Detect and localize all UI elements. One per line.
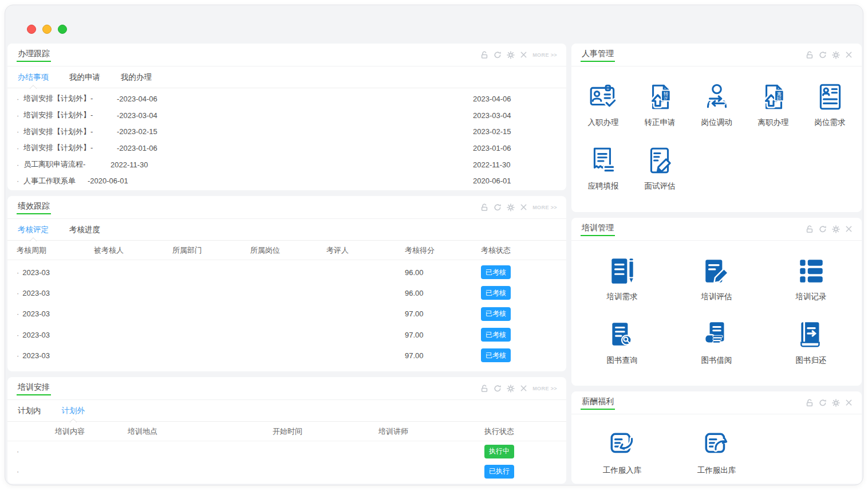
settings-gear-icon[interactable] (507, 51, 515, 59)
table-row[interactable]: ·已执行 (7, 461, 566, 481)
panel-title: 办理跟踪 (17, 48, 51, 62)
app-book-search[interactable]: 图书查询 (575, 310, 669, 374)
more-link[interactable]: MORE >> (532, 386, 557, 391)
status-badge: 已考核 (481, 307, 511, 321)
score-cell: 96.00 (405, 268, 481, 277)
table-row[interactable]: ·执行中 (7, 441, 566, 461)
app-training-needs[interactable]: 培训需求 (575, 246, 669, 310)
tab-my-applications[interactable]: 我的申请 (69, 72, 100, 83)
refresh-icon[interactable] (819, 225, 827, 233)
tab-out-of-plan[interactable]: 计划外 (62, 406, 85, 416)
settings-gear-icon[interactable] (832, 399, 840, 407)
svg-text:职: 职 (776, 96, 781, 101)
refresh-icon[interactable] (819, 51, 827, 59)
app-offboarding[interactable]: 离 职 离职办理 (745, 72, 802, 136)
app-candidate-application[interactable]: 应聘填报 (575, 136, 632, 199)
lock-icon[interactable] (806, 51, 814, 59)
widget-toolbar: MORE >> (480, 203, 557, 211)
processing-tabs: 办结事项 我的申请 我的办理 (7, 66, 566, 88)
more-link[interactable]: MORE >> (532, 52, 557, 58)
minimize-window-button[interactable] (42, 25, 52, 34)
document-hand-icon (701, 319, 732, 350)
bullet: · (17, 144, 20, 152)
bullet: · (17, 111, 20, 120)
app-position-requirements[interactable]: 岗位需求 (802, 72, 858, 136)
lock-icon[interactable] (806, 225, 814, 233)
document-magnifier-icon (607, 319, 638, 350)
table-row[interactable]: ·2023-0396.00已考核 (7, 262, 566, 283)
tab-my-processing[interactable]: 我的办理 (121, 72, 152, 83)
tab-assessment-progress[interactable]: 考核进度 (69, 225, 100, 235)
list-item[interactable]: ·培训安排【计划外】--2023-04-062023-04-06 (17, 91, 557, 107)
more-link[interactable]: MORE >> (532, 205, 557, 210)
list-item[interactable]: ·培训安排【计划外】--2023-03-042023-03-04 (17, 107, 557, 124)
zoom-window-button[interactable] (58, 25, 67, 34)
tab-finished-items[interactable]: 办结事项 (18, 72, 49, 83)
app-interview-evaluation[interactable]: 面试评估 (632, 136, 688, 199)
table-row[interactable]: ·2023-0397.00已考核 (7, 345, 566, 366)
panel-training-management: 培训管理 培训需求 (571, 218, 862, 386)
refresh-icon[interactable] (494, 51, 502, 59)
item-date: 2023-02-15 (473, 127, 511, 136)
panel-title: 培训安排 (17, 381, 51, 395)
app-book-return[interactable]: 图书归还 (764, 310, 858, 374)
close-widget-icon[interactable] (520, 51, 527, 58)
refresh-icon[interactable] (494, 385, 502, 393)
table-row[interactable]: ·2023-0397.00已考核 (7, 324, 566, 345)
panel-header: 培训安排 MORE >> (7, 377, 566, 400)
lock-icon[interactable] (806, 399, 814, 407)
status-badge: 执行中 (484, 445, 514, 458)
table-row[interactable]: ·2023-0396.00已考核 (7, 283, 566, 303)
panel-hr-management: 人事管理 入职办理 (571, 44, 862, 212)
refresh-icon[interactable] (819, 399, 827, 407)
table-header: 培训内容 培训地点 开始时间 培训讲师 执行状态 (7, 422, 566, 441)
close-widget-icon[interactable] (520, 203, 527, 211)
panel-header: 培训管理 (571, 218, 862, 241)
settings-gear-icon[interactable] (507, 385, 515, 393)
app-training-evaluation[interactable]: 培训评估 (669, 246, 764, 310)
settings-gear-icon[interactable] (832, 225, 840, 233)
svg-text:正: 正 (663, 96, 668, 101)
assessment-table: ·2023-0396.00已考核 ·2023-0396.00已考核 ·2023-… (7, 260, 566, 366)
lock-icon[interactable] (480, 51, 488, 59)
close-widget-icon[interactable] (520, 385, 527, 392)
app-workwear-outbound[interactable]: 工作服出库 (669, 420, 764, 484)
table-row[interactable]: ·2023-0397.00已考核 (7, 304, 566, 324)
close-widget-icon[interactable] (845, 225, 853, 233)
document-person-icon (815, 81, 846, 112)
list-item[interactable]: ·培训安排【计划外】--2023-01-062023-01-06 (17, 140, 557, 156)
lock-icon[interactable] (480, 385, 488, 393)
list-item[interactable]: ·员工离职申请流程-2022-11-302022-11-30 (17, 156, 557, 173)
close-widget-icon[interactable] (845, 51, 853, 58)
settings-gear-icon[interactable] (507, 203, 515, 211)
close-window-button[interactable] (27, 25, 36, 34)
list-item[interactable]: ·培训安排【计划外】--2023-02-152023-02-15 (17, 123, 557, 140)
tab-assessment-rating[interactable]: 考核评定 (18, 225, 49, 235)
panel-title: 薪酬福利 (581, 395, 615, 410)
settings-gear-icon[interactable] (832, 51, 840, 59)
panel-title: 培训管理 (581, 222, 615, 236)
tab-in-plan[interactable]: 计划内 (18, 406, 41, 416)
document-pen-icon (607, 256, 638, 287)
app-workwear-inbound[interactable]: 工作服入库 (575, 420, 669, 484)
item-date: 2020-06-01 (473, 177, 511, 185)
bullet: · (17, 160, 20, 169)
app-position-transfer[interactable]: 岗位调动 (688, 72, 745, 136)
document-pencil-solid-icon (701, 256, 732, 287)
app-onboarding[interactable]: 入职办理 (575, 72, 632, 136)
performance-tabs: 考核评定 考核进度 (7, 219, 566, 241)
lock-icon[interactable] (480, 203, 488, 211)
hr-app-grid: 入职办理 转 正 转正申请 (571, 66, 862, 199)
refresh-icon[interactable] (494, 203, 502, 211)
bullet: · (17, 95, 20, 103)
widget-toolbar: MORE >> (480, 51, 557, 59)
training-tabs: 计划内 计划外 (7, 400, 566, 422)
score-cell: 96.00 (405, 289, 481, 297)
app-training-records[interactable]: 培训记录 (764, 246, 858, 310)
list-item[interactable]: ·人事工作联系单-2020-06-012020-06-01 (17, 173, 557, 189)
document-pencil-icon (645, 145, 676, 176)
app-promotion-request[interactable]: 转 正 转正申请 (632, 72, 688, 136)
widget-toolbar (806, 399, 853, 407)
app-book-borrow[interactable]: 图书借阅 (669, 310, 764, 374)
close-widget-icon[interactable] (845, 399, 853, 406)
